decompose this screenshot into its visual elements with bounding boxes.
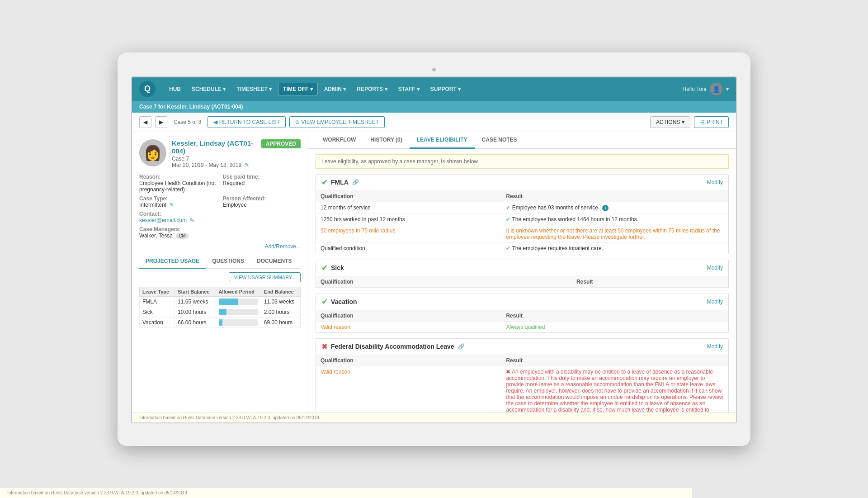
left-panel: 👩 Kessler, Lindsay (ACT01-004) Case 7 Ma… — [132, 132, 308, 413]
elig-title-vacation: ✔Vacation — [321, 298, 357, 306]
manager-badge: CM — [176, 233, 189, 239]
elig-qual: Valid reason — [316, 321, 501, 332]
status-badge: APPROVED — [261, 139, 301, 148]
elig-title-text-vacation: Vacation — [331, 298, 357, 305]
nav-staff[interactable]: STAFF ▾ — [394, 83, 424, 95]
right-tabs: WORKFLOW HISTORY (0) LEAVE ELIGIBILITY C… — [308, 132, 736, 149]
elig-row: Qualified condition✔ The employee requir… — [316, 242, 728, 254]
elig-header-fdal: ✖Federal Disability Accommodation Leave🔗… — [316, 339, 728, 355]
nav-admin[interactable]: ADMIN ▾ — [320, 83, 351, 95]
tab-questions[interactable]: QUESTIONS — [206, 254, 250, 268]
table-row: Vacation66.00 hours69.00 hours — [140, 317, 301, 327]
next-case-button[interactable]: ▶ — [155, 116, 167, 128]
elig-title-text-fdal: Federal Disability Accommodation Leave — [331, 343, 454, 350]
tab-case-notes[interactable]: CASE NOTES — [475, 132, 524, 148]
view-usage-summary-button[interactable]: VIEW USAGE SUMMARY... — [229, 272, 301, 282]
view-employee-timesheet-button[interactable]: ⊙ VIEW EMPLOYEE TIMESHEET — [289, 116, 385, 128]
status-icon-sick: ✔ — [321, 264, 327, 272]
reason-value: Employee Health Condition (not pregnancy… — [139, 180, 217, 193]
case-type-value: Intermittent ✎ — [139, 202, 217, 208]
elig-result: ✖ An employee with a disability may be e… — [501, 366, 728, 413]
nav-reports[interactable]: REPORTS ▾ — [352, 83, 392, 95]
app-logo[interactable]: Q — [139, 81, 156, 97]
elig-title-text-sick: Sick — [331, 264, 344, 271]
eligibility-sections: ✔FMLA🔗ModifyQualificationResult12 months… — [316, 174, 729, 413]
left-tabs: PROJECTED USAGE QUESTIONS DOCUMENTS — [139, 254, 301, 269]
elig-link-icon-fdal[interactable]: 🔗 — [458, 343, 465, 350]
case-header: 👩 Kessler, Lindsay (ACT01-004) Case 7 Ma… — [139, 139, 301, 168]
screen: Q HUB SCHEDULE ▾ TIMESHEET ▾ TIME OFF ▾ … — [131, 76, 737, 423]
bottom-footer-note: Information based on Rules Database vers… — [132, 413, 736, 422]
elig-result: Always qualified — [501, 321, 728, 332]
right-panel: WORKFLOW HISTORY (0) LEAVE ELIGIBILITY C… — [308, 132, 736, 413]
elig-result: ✔ The employee requires inpatient care. — [501, 242, 728, 254]
tab-workflow[interactable]: WORKFLOW — [316, 132, 363, 148]
edit-case-type-icon[interactable]: ✎ — [170, 202, 174, 208]
case-type-label: Case Type: — [139, 195, 217, 202]
tab-documents[interactable]: DOCUMENTS — [250, 254, 298, 268]
elig-result: ✔ Employee has 93 months of service.i — [501, 202, 728, 213]
cell-end-balance: 11.03 weeks — [261, 296, 300, 307]
status-icon-fdal: ✖ — [321, 342, 327, 351]
elig-link-icon-fmla[interactable]: 🔗 — [352, 179, 359, 185]
print-button[interactable]: 🖨 PRINT — [694, 116, 729, 128]
elig-table-fmla: QualificationResult12 months of service✔… — [316, 190, 728, 254]
modify-link-sick[interactable]: Modify — [707, 265, 723, 271]
edit-dates-icon[interactable]: ✎ — [245, 162, 249, 168]
employee-name: Kessler, Lindsay (ACT01-004) — [172, 139, 256, 155]
cell-start-balance: 66.00 hours — [175, 317, 216, 327]
elig-title-sick: ✔Sick — [321, 264, 344, 272]
content-area: 👩 Kessler, Lindsay (ACT01-004) Case 7 Ma… — [132, 132, 736, 413]
elig-qual: 12 months of service — [316, 202, 501, 213]
eligibility-section-fmla: ✔FMLA🔗ModifyQualificationResult12 months… — [316, 174, 729, 254]
nav-user-area: Hello Toni 👤 ▾ — [683, 83, 729, 95]
cell-leave-type: Sick — [140, 307, 175, 317]
use-paid-label: Use paid time: — [223, 174, 301, 180]
elig-header-fmla: ✔FMLA🔗Modify — [316, 175, 728, 190]
elig-row: Valid reason✖ An employee with a disabil… — [316, 366, 728, 413]
tab-projected-usage[interactable]: PROJECTED USAGE — [139, 254, 206, 269]
eligibility-section-sick: ✔SickModifyQualificationResult — [316, 260, 729, 288]
prev-case-button[interactable]: ◀ — [139, 116, 151, 128]
nav-support[interactable]: SUPPORT ▾ — [426, 83, 465, 95]
status-icon-fmla: ✔ — [321, 178, 327, 187]
edit-contact-icon[interactable]: ✎ — [190, 217, 194, 223]
elig-header-sick: ✔SickModify — [316, 260, 728, 276]
nav-dropdown-icon[interactable]: ▾ — [726, 86, 729, 92]
return-to-case-list-button[interactable]: ◀ RETURN TO CASE LIST — [208, 116, 286, 128]
use-paid-value: Required — [223, 180, 301, 186]
elig-table-vacation: QualificationResultValid reasonAlways qu… — [316, 310, 728, 332]
elig-qual: 50 employees in 75 mile radius — [316, 225, 501, 242]
elig-title-fmla: ✔FMLA🔗 — [321, 178, 359, 187]
nav-hub[interactable]: HUB — [165, 83, 185, 95]
contact-link[interactable]: kessler@email.com — [139, 217, 187, 223]
right-content: Leave eligibility, as approved by a case… — [308, 149, 736, 413]
cell-end-balance: 2.00 hours — [261, 307, 300, 317]
elig-qual: Qualified condition — [316, 242, 501, 254]
col-allowed-period: Allowed Period — [216, 287, 261, 296]
contact-label: Contact: — [139, 211, 217, 217]
usage-table: Leave Type Start Balance Allowed Period … — [139, 287, 301, 328]
add-remove-link[interactable]: Add/Remove... — [265, 243, 301, 250]
case-dates: Mar 20, 2019 - May 18, 2019 ✎ — [172, 162, 256, 168]
status-icon-vacation: ✔ — [321, 298, 327, 306]
employee-avatar: 👩 — [139, 139, 166, 166]
tab-leave-eligibility[interactable]: LEAVE ELIGIBILITY — [410, 132, 475, 149]
user-avatar[interactable]: 👤 — [710, 83, 722, 95]
case-info-grid: Reason: Employee Health Condition (not p… — [139, 174, 301, 239]
tab-history[interactable]: HISTORY (0) — [363, 132, 409, 148]
nav-timeoff[interactable]: TIME OFF ▾ — [278, 83, 317, 95]
modify-link-vacation[interactable]: Modify — [707, 299, 723, 305]
user-greeting: Hello Toni — [683, 86, 706, 92]
nav-timesheet[interactable]: TIMESHEET ▾ — [232, 83, 276, 95]
cell-start-balance: 11.65 weeks — [175, 296, 216, 307]
cell-allowed-period — [216, 307, 261, 317]
cell-allowed-period — [216, 317, 261, 327]
nav-schedule[interactable]: SCHEDULE ▾ — [187, 83, 230, 95]
modify-link-fmla[interactable]: Modify — [707, 179, 723, 185]
info-icon[interactable]: i — [602, 205, 609, 211]
modify-link-fdal[interactable]: Modify — [707, 343, 723, 350]
info-banner: Leave eligibility, as approved by a case… — [316, 154, 729, 169]
elig-row: 12 months of service✔ Employee has 93 mo… — [316, 202, 728, 213]
actions-button[interactable]: ACTIONS ▾ — [650, 116, 690, 128]
